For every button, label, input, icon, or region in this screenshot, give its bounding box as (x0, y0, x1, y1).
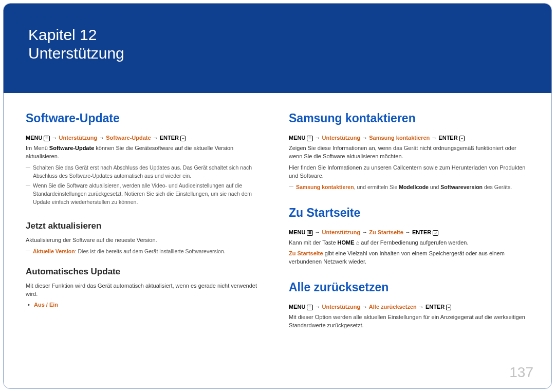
contact-note: Samsung kontaktieren, und ermitteln Sie … (289, 183, 529, 192)
nav-path-contact: MENU ☰ → Unterstützung → Samsung kontakt… (289, 135, 529, 141)
note-item: Schalten Sie das Gerät erst nach Abschlu… (33, 164, 266, 180)
contact-p2: Hier finden Sie Informationen zu unseren… (289, 164, 529, 180)
section-software-update: Software-Update MENU ☰ → Unterstützung →… (26, 111, 266, 207)
nav-path-software-update: MENU ☰ → Unterstützung → Software-Update… (26, 135, 266, 141)
section-contact-samsung: Samsung kontaktieren MENU ☰ → Unterstütz… (289, 111, 529, 192)
enter-icon: ↵ (446, 305, 451, 310)
menu-icon: ☰ (307, 230, 313, 236)
section-reset-all: Alle zurücksetzen MENU ☰ → Unterstützung… (289, 281, 529, 330)
option-on-off: Aus / Ein (34, 302, 266, 308)
auto-update-options: Aus / Ein (26, 302, 266, 308)
heading-auto-update: Automatisches Update (26, 267, 266, 277)
contact-p1: Zeigen Sie diese Informationen an, wenn … (289, 144, 529, 161)
right-column: Samsung kontaktieren MENU ☰ → Unterstütz… (289, 111, 529, 344)
update-now-note: Aktuelle Version: Dies ist die bereits a… (26, 248, 266, 256)
home-line2: Zu Startseite gibt eine Vielzahl von Inh… (289, 250, 529, 266)
content-area: Software-Update MENU ☰ → Unterstützung →… (0, 93, 555, 344)
heading-update-now: Jetzt aktualisieren (26, 221, 266, 231)
section-home: Zu Startseite MENU ☰ → Unterstützung → Z… (289, 206, 529, 267)
menu-icon: ☰ (307, 136, 313, 141)
heading-software-update: Software-Update (26, 111, 266, 125)
heading-home: Zu Startseite (289, 206, 529, 220)
chapter-title: Unterstützung (28, 45, 527, 62)
software-update-intro: Im Menü Software-Update können Sie die G… (26, 144, 266, 161)
reset-text: Mit dieser Option werden alle aktuellen … (289, 313, 529, 330)
nav-path-reset: MENU ☰ → Unterstützung → Alle zurücksetz… (289, 304, 529, 310)
enter-icon: ↵ (459, 136, 465, 141)
home-icon: ⌂ (355, 239, 361, 246)
page-number: 137 (509, 364, 533, 381)
auto-update-text: Mit dieser Funktion wird das Gerät autom… (26, 282, 266, 298)
enter-icon: ↵ (433, 230, 438, 236)
chapter-banner: Kapitel 12 Unterstützung (4, 4, 551, 93)
left-column: Software-Update MENU ☰ → Unterstützung →… (26, 111, 266, 344)
update-now-text: Aktualisierung der Software auf die neue… (26, 236, 266, 245)
menu-icon: ☰ (307, 305, 313, 310)
nav-path-home: MENU ☰ → Unterstützung → Zu Startseite →… (289, 229, 529, 236)
note-item: Wenn Sie die Software aktualisieren, wer… (33, 182, 266, 206)
heading-reset-all: Alle zurücksetzen (289, 281, 529, 294)
enter-icon: ↵ (180, 136, 186, 141)
software-update-notes: Schalten Sie das Gerät erst nach Abschlu… (26, 164, 266, 207)
heading-contact-samsung: Samsung kontaktieren (289, 111, 529, 125)
menu-icon: ☰ (44, 136, 50, 141)
home-line1: Kann mit der Taste HOME ⌂ auf der Fernbe… (289, 239, 529, 247)
note-item: Samsung kontaktieren, und ermitteln Sie … (296, 183, 529, 192)
note-item: Aktuelle Version: Dies ist die bereits a… (33, 248, 266, 256)
chapter-number: Kapitel 12 (28, 26, 527, 44)
